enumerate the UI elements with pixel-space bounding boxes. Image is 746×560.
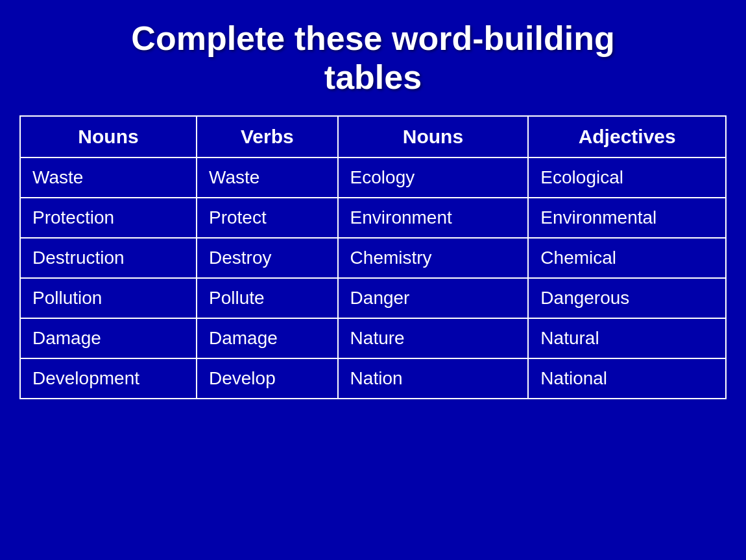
cell-adj-2: Chemical: [528, 238, 726, 278]
table-header-row: Nouns Verbs Nouns Adjectives: [20, 116, 726, 158]
cell-noun1-4: Damage: [20, 318, 197, 358]
cell-verb-1: Protect: [197, 198, 338, 238]
header-nouns2: Nouns: [338, 116, 529, 158]
table-row: DevelopmentDevelopNationNational: [20, 358, 726, 399]
word-building-table: Nouns Verbs Nouns Adjectives WasteWasteE…: [19, 115, 727, 399]
cell-adj-5: National: [528, 358, 726, 399]
cell-noun2-5: Nation: [338, 358, 529, 399]
cell-noun1-2: Destruction: [20, 238, 197, 278]
table-row: PollutionPolluteDangerDangerous: [20, 278, 726, 318]
page-title: Complete these word-building tables: [131, 19, 614, 97]
cell-adj-4: Natural: [528, 318, 726, 358]
cell-adj-1: Environmental: [528, 198, 726, 238]
cell-noun1-3: Pollution: [20, 278, 197, 318]
cell-adj-3: Dangerous: [528, 278, 726, 318]
cell-noun1-0: Waste: [20, 158, 197, 198]
cell-noun1-1: Protection: [20, 198, 197, 238]
cell-verb-0: Waste: [197, 158, 338, 198]
cell-verb-4: Damage: [197, 318, 338, 358]
cell-verb-2: Destroy: [197, 238, 338, 278]
cell-verb-3: Pollute: [197, 278, 338, 318]
table-row: DamageDamageNatureNatural: [20, 318, 726, 358]
cell-adj-0: Ecological: [528, 158, 726, 198]
table-row: WasteWasteEcologyEcological: [20, 158, 726, 198]
table-row: ProtectionProtectEnvironmentEnvironmenta…: [20, 198, 726, 238]
cell-noun2-3: Danger: [338, 278, 529, 318]
header-verbs: Verbs: [197, 116, 338, 158]
cell-noun1-5: Development: [20, 358, 197, 399]
table-row: DestructionDestroyChemistryChemical: [20, 238, 726, 278]
header-nouns1: Nouns: [20, 116, 197, 158]
header-adjectives: Adjectives: [528, 116, 726, 158]
cell-noun2-0: Ecology: [338, 158, 529, 198]
cell-noun2-4: Nature: [338, 318, 529, 358]
cell-noun2-1: Environment: [338, 198, 529, 238]
cell-noun2-2: Chemistry: [338, 238, 529, 278]
word-building-table-wrapper: Nouns Verbs Nouns Adjectives WasteWasteE…: [19, 115, 727, 399]
cell-verb-5: Develop: [197, 358, 338, 399]
